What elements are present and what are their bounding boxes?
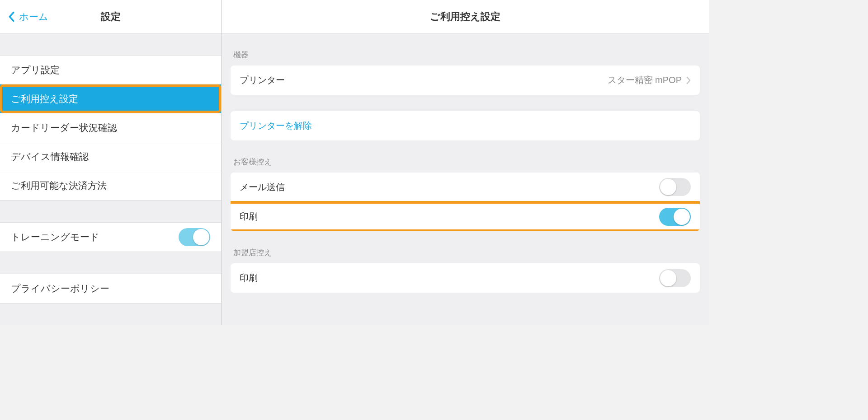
- sidebar-item-device-info[interactable]: デバイス情報確認: [0, 142, 221, 171]
- sidebar-item-label: プライバシーポリシー: [11, 282, 109, 295]
- sidebar-item-training-mode: トレーニングモード: [0, 223, 221, 252]
- section-label-device: 機器: [231, 33, 700, 65]
- section-label-merchant: 加盟店控え: [231, 231, 700, 263]
- back-button[interactable]: ホーム: [8, 10, 48, 23]
- mail-send-label: メール送信: [240, 181, 285, 193]
- sidebar-header: ホーム 設定: [0, 0, 221, 33]
- sidebar-item-label: ご利用可能な決済方法: [11, 179, 107, 192]
- merchant-receipt-group: 印刷: [231, 263, 700, 293]
- mail-send-cell: メール送信: [231, 173, 700, 202]
- sidebar-item-label: カードリーダー状況確認: [11, 121, 117, 134]
- unlink-printer-label: プリンターを解除: [240, 120, 312, 132]
- sidebar-item-label: デバイス情報確認: [11, 150, 89, 163]
- sidebar-group-privacy: プライバシーポリシー: [0, 274, 221, 303]
- customer-print-cell: 印刷: [231, 202, 700, 231]
- sidebar-item-label: ご利用控え設定: [11, 93, 78, 105]
- sidebar-group-main: アプリ設定 ご利用控え設定 カードリーダー状況確認 デバイス情報確認 ご利用可能…: [0, 55, 221, 201]
- sidebar-item-app-settings[interactable]: アプリ設定: [0, 56, 221, 84]
- training-mode-toggle[interactable]: [179, 228, 210, 246]
- device-group: プリンター スター精密 mPOP: [231, 65, 700, 95]
- back-label: ホーム: [19, 10, 48, 23]
- mail-send-toggle[interactable]: [659, 178, 691, 196]
- customer-receipt-group: メール送信 印刷: [231, 173, 700, 231]
- merchant-print-cell: 印刷: [231, 263, 700, 293]
- sidebar-group-training: トレーニングモード: [0, 222, 221, 252]
- merchant-print-toggle[interactable]: [659, 269, 691, 287]
- customer-print-toggle[interactable]: [659, 208, 691, 226]
- section-label-customer: お客様控え: [231, 140, 700, 173]
- sidebar-item-receipt-settings[interactable]: ご利用控え設定: [0, 84, 221, 113]
- chevron-left-icon: [8, 10, 15, 23]
- unlink-printer-group: プリンターを解除: [231, 111, 700, 140]
- printer-label: プリンター: [240, 74, 285, 86]
- unlink-printer-button[interactable]: プリンターを解除: [231, 111, 700, 140]
- printer-value: スター精密 mPOP: [608, 74, 682, 86]
- customer-print-label: 印刷: [240, 210, 258, 223]
- merchant-print-label: 印刷: [240, 272, 258, 284]
- sidebar-item-card-reader-status[interactable]: カードリーダー状況確認: [0, 113, 221, 142]
- detail-body: 機器 プリンター スター精密 mPOP プリンターを解除 お客様控: [222, 33, 709, 325]
- sidebar-item-label: アプリ設定: [11, 64, 60, 76]
- sidebar-item-payment-methods[interactable]: ご利用可能な決済方法: [0, 171, 221, 200]
- sidebar-item-label: トレーニングモード: [11, 231, 99, 243]
- sidebar-item-privacy-policy[interactable]: プライバシーポリシー: [0, 274, 221, 303]
- printer-cell[interactable]: プリンター スター精密 mPOP: [231, 65, 700, 95]
- detail-panel: ご利用控え設定 機器 プリンター スター精密 mPOP プリンターを解除: [222, 0, 709, 325]
- settings-sidebar: ホーム 設定 アプリ設定 ご利用控え設定 カードリーダー状況確認 デバイス情報確…: [0, 0, 222, 325]
- page-title: ご利用控え設定: [222, 0, 709, 33]
- chevron-right-icon: [686, 76, 691, 84]
